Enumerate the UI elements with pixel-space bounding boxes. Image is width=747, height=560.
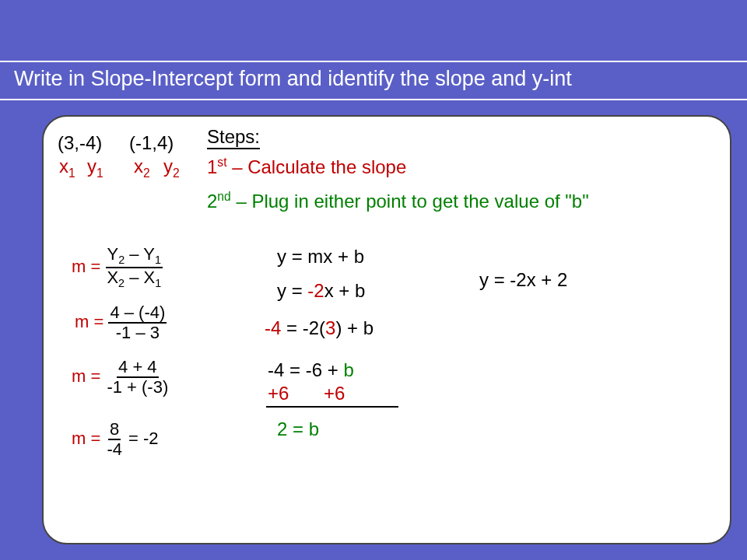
slope-formula-1: m = Y2 – Y1 X2 – X1 (72, 245, 163, 290)
eq-simplified: -4 = -6 + b (268, 359, 354, 381)
slope-formula-4: m = 8 -4 = -2 (72, 420, 159, 459)
step-1: 1st – Calculate the slope (207, 156, 406, 178)
label-y1: y1 (87, 156, 103, 180)
point-2: (-1,4) (129, 132, 174, 154)
add-six-left: +6 (268, 383, 289, 404)
steps-heading: Steps: (207, 126, 260, 149)
step-2: 2nd – Plug in either point to get the va… (207, 190, 589, 212)
add-six-right: +6 (324, 383, 345, 404)
label-x1: x1 (59, 156, 75, 180)
label-x2: x2 (134, 156, 150, 180)
label-y2: y2 (163, 156, 180, 180)
point-1: (3,-4) (58, 132, 102, 154)
content-area: (3,-4) (-1,4) x1 y1 x2 y2 Steps: 1st – C… (42, 115, 731, 544)
eq-sub-slope: y = -2x + b (277, 280, 365, 302)
eq-sub-point: -4 = -2(3) + b (265, 317, 374, 339)
rule-line (266, 406, 398, 408)
slope-formula-2: m = 4 – (-4) -1 – 3 (75, 303, 167, 342)
eq-b-value: 2 = b (277, 418, 319, 440)
slope-formula-3: m = 4 + 4 -1 + (-3) (72, 358, 170, 397)
title-bar: Write in Slope-Intercept form and identi… (0, 61, 747, 100)
final-equation: y = -2x + 2 (479, 269, 567, 291)
eq-ymxb: y = mx + b (277, 246, 364, 268)
slide-title: Write in Slope-Intercept form and identi… (14, 67, 733, 91)
